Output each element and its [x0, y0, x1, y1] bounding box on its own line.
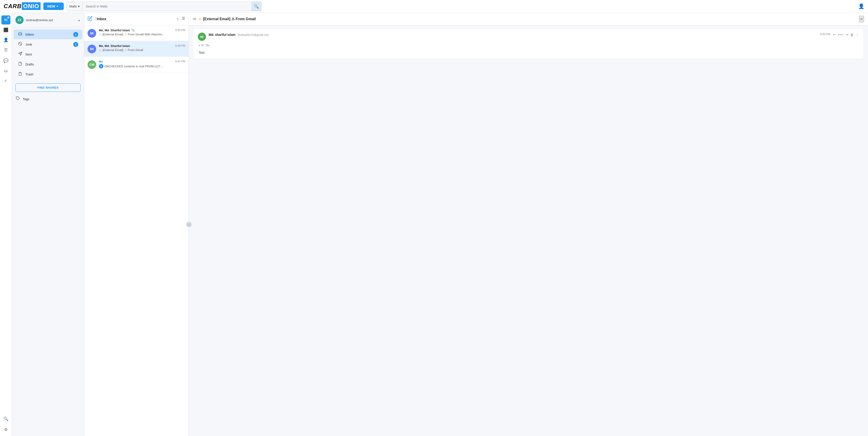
- trash-icon: [18, 72, 23, 77]
- mail-item[interactable]: CM Me 1 UNCHECKED contents in mail FROM …: [84, 57, 188, 72]
- find-shares-button[interactable]: FIND SHARES: [16, 84, 81, 92]
- attachment-icon: 📎: [131, 29, 135, 32]
- sidebar-item-check[interactable]: ✓: [1, 76, 10, 85]
- tags-icon: [16, 96, 20, 101]
- warning-icon-2: ⚠: [124, 33, 127, 36]
- collapse-handle[interactable]: ‹: [186, 222, 192, 227]
- search-button[interactable]: 🔍: [251, 2, 261, 11]
- reading-header: ✉ ⚠ [External Email] ⚠ From Gmail ✕: [189, 13, 868, 25]
- nav-label-trash: Trash: [25, 72, 78, 76]
- topbar: CARBONIO NEW ▾ Mails ▾ 🔍 👤: [0, 0, 868, 13]
- email-thread: MI Md. shariful islam imsilsa26112@gmail…: [189, 25, 868, 436]
- forward-icon[interactable]: ↪: [845, 33, 848, 37]
- nav-item-drafts[interactable]: Drafts: [13, 59, 82, 69]
- search-nav-icon: 🔍: [3, 416, 8, 421]
- junk-icon: [18, 42, 23, 47]
- sidebar-item-chat[interactable]: 💬: [1, 56, 10, 65]
- tasks-icon: ☰: [4, 48, 8, 52]
- mail-subject: 1 UNCHECKED contents in mail FROM [127..…: [99, 64, 173, 68]
- user-avatar-icon[interactable]: 👤: [858, 3, 864, 9]
- sidebar-item-files[interactable]: 🗂: [1, 66, 10, 75]
- nav-item-trash[interactable]: Trash: [13, 69, 82, 79]
- sidebar: ZZ zextras@zextras.xyz ▲ Inbox 1 Junk: [12, 13, 84, 436]
- new-chevron-icon: ▾: [57, 5, 58, 8]
- mail-from: Me: [99, 60, 173, 63]
- new-button-label: NEW: [48, 4, 55, 8]
- email-card: MI Md. shariful islam imsilsa26112@gmail…: [193, 29, 864, 59]
- mail-content: Me, Md. Shariful Islam 📎 ⚠ [External Ema…: [99, 29, 173, 36]
- close-reading-pane-button[interactable]: ✕: [859, 16, 864, 22]
- nav-label-inbox: Inbox: [25, 33, 70, 36]
- reply-all-icon[interactable]: ↩↩: [838, 33, 844, 37]
- reply-icon[interactable]: ↩: [833, 33, 836, 37]
- sidebar-nav: Inbox 1 Junk 1 Sent: [12, 27, 84, 81]
- mail-time: 9:49 PM: [175, 44, 185, 48]
- new-button[interactable]: NEW ▾: [43, 2, 64, 10]
- search-dropdown-chevron: ▾: [78, 4, 80, 8]
- mail-avatar: CM: [88, 60, 96, 69]
- sender-name: Md. shariful islam: [209, 33, 236, 36]
- mail-avatar: MI: [88, 45, 96, 53]
- expand-recipients-icon[interactable]: ▾: [199, 44, 200, 47]
- settings-icon: ⚙: [4, 427, 8, 432]
- nav-item-junk[interactable]: Junk 1: [13, 39, 82, 49]
- sort-icon[interactable]: [181, 16, 185, 22]
- breadcrumb-separator: /: [95, 17, 96, 21]
- sidebar-item-settings[interactable]: ⚙: [1, 425, 10, 434]
- junk-badge: 1: [73, 42, 78, 47]
- sent-icon: [18, 52, 23, 57]
- nav-item-inbox[interactable]: Inbox 1: [13, 29, 82, 39]
- sender-info: Md. shariful islam imsilsa26112@gmail.co…: [209, 33, 817, 37]
- nav-item-sent[interactable]: Sent: [13, 50, 82, 59]
- mail-item[interactable]: MI Me, Md. Shariful Islam 📎 ⚠ [External …: [84, 25, 188, 41]
- subject-warning-icon: ⚠: [198, 17, 201, 21]
- email-received-time: 9:49 PM: [820, 33, 830, 36]
- mail-badge-dot: [7, 17, 9, 19]
- mail-time: 9:42 PM: [175, 60, 185, 63]
- unread-badge: 1: [99, 64, 103, 68]
- mail-count: 3: [177, 17, 179, 21]
- sidebar-item-search[interactable]: 🔍: [1, 414, 10, 423]
- email-card-header: MI Md. shariful islam imsilsa26112@gmail…: [198, 33, 859, 41]
- icon-bar: ✉ ⬛ 👤 ☰ 💬 🗂 ✓ 🔍 ⚙: [0, 13, 12, 436]
- warning-icon: ⚠: [99, 33, 102, 36]
- delete-icon[interactable]: 🗑: [850, 33, 854, 37]
- calendar-icon: ⬛: [3, 27, 8, 32]
- nav-label-junk: Junk: [25, 43, 70, 46]
- checkmark-icon: ✓: [4, 78, 7, 83]
- search-area: Mails ▾ 🔍: [66, 2, 261, 11]
- tags-label: Tags: [23, 97, 30, 101]
- user-email: zextras@zextras.xyz: [26, 19, 53, 22]
- compose-icon[interactable]: [88, 16, 93, 22]
- mail-subject: ⚠ [External Email] ⚠ From Gmaill With At…: [99, 33, 173, 36]
- sidebar-collapse-icon[interactable]: ▲: [78, 19, 81, 22]
- sidebar-item-mail[interactable]: ✉: [1, 15, 10, 25]
- warning-icon: ⚠: [99, 48, 102, 52]
- sidebar-item-tasks[interactable]: ☰: [1, 45, 10, 54]
- svg-line-1: [19, 43, 22, 45]
- mail-from: Me, Md. Shariful Islam 📎: [99, 29, 173, 32]
- breadcrumb-folder: Inbox: [97, 17, 106, 21]
- mail-from: Me, Md. Shariful Islam: [99, 44, 173, 48]
- more-options-icon[interactable]: ⋮: [856, 33, 859, 37]
- chat-icon: 💬: [3, 58, 8, 63]
- drafts-icon: [18, 62, 23, 67]
- inbox-badge: 1: [73, 32, 78, 37]
- main-layout: ✉ ⬛ 👤 ☰ 💬 🗂 ✓ 🔍 ⚙: [0, 13, 868, 436]
- sidebar-item-calendar[interactable]: ⬛: [1, 25, 10, 34]
- tags-item[interactable]: Tags: [12, 94, 84, 104]
- user-avatar: ZZ: [16, 16, 24, 24]
- files-icon: 🗂: [4, 68, 8, 73]
- email-to: ▾ To: Me: [198, 43, 859, 47]
- search-dropdown[interactable]: Mails ▾: [67, 2, 83, 11]
- nav-label-drafts: Drafts: [25, 63, 78, 66]
- search-dropdown-label: Mails: [69, 4, 77, 8]
- sidebar-item-contacts[interactable]: 👤: [1, 35, 10, 44]
- email-header-icon: ✉: [193, 17, 196, 22]
- mail-item[interactable]: MI Me, Md. Shariful Islam ⚠ [External Em…: [84, 41, 188, 57]
- mail-list-header: / Inbox 3: [84, 13, 188, 25]
- warning-icon-2: ⚠: [124, 48, 127, 52]
- sidebar-user: ZZ zextras@zextras.xyz: [16, 16, 53, 24]
- breadcrumb: / Inbox: [95, 17, 175, 21]
- search-input[interactable]: [83, 4, 251, 8]
